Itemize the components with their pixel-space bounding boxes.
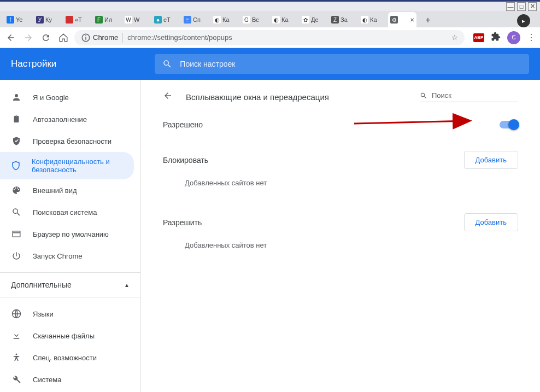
sidebar-item[interactable]: Конфиденциальность и безопасность [0,152,134,179]
tab-label: Ку [45,16,52,23]
sidebar-item[interactable]: Система [0,368,140,390]
wrench-icon [11,375,22,384]
browser-tab[interactable]: УКу [34,12,62,27]
arrow-right-icon [24,33,33,43]
window-maximize[interactable]: □ [517,2,526,11]
arrow-left-icon [163,91,173,101]
clipboard-icon [11,114,22,124]
browser-tab[interactable]: ZЗа [329,12,357,27]
content-header: Всплывающие окна и переадресация Поиск [163,91,518,103]
svg-rect-2 [85,35,86,36]
tab-favicon: f [7,16,14,24]
tab-label: «Т [75,16,82,23]
window-icon [11,229,22,239]
sidebar-item[interactable]: Языки [0,303,140,325]
browser-tab[interactable]: ◐Ка [211,12,239,27]
tab-close-icon[interactable]: ✕ [410,17,414,23]
back-button[interactable] [4,31,17,44]
browser-toolbar: Chrome chrome://settings/content/popups … [0,27,540,48]
sidebar-item-label: Внешний вид [33,186,77,195]
sidebar-item[interactable]: Внешний вид [0,179,140,201]
browser-tab[interactable]: GВс [240,12,269,27]
window-controls: — □ ✕ [0,0,540,11]
settings-sidebar: Я и GoogleАвтозаполнениеПроверка безопас… [0,80,141,392]
url-text: chrome://settings/content/popups [127,33,232,42]
browser-tab[interactable]: FИл [93,12,121,27]
reload-button[interactable] [39,31,52,44]
chevron-up-icon: ▲ [124,282,130,288]
tab-label: Ye [16,16,22,23]
browser-tab[interactable]: ◐Ка [359,12,387,27]
tab-label: Вс [252,16,259,23]
browser-tab[interactable]: WW [122,12,151,27]
sidebar-item[interactable]: Поисковая система [0,201,140,223]
new-tab-button[interactable]: + [421,13,435,27]
shield-icon [11,161,21,171]
tab-label: eT [163,16,171,23]
browser-tab[interactable]: ●eT [152,12,180,27]
globe-icon [11,309,22,319]
browser-tab[interactable]: ◐Ка [270,12,298,27]
sidebar-item[interactable]: Я и Google [0,86,140,108]
bookmark-star-icon[interactable]: ☆ [451,33,458,42]
svg-rect-1 [85,37,86,39]
content-search-placeholder: Поиск [432,91,451,100]
cast-icon[interactable]: ▸ [517,14,530,27]
browser-tab[interactable]: ✿Де [300,12,328,27]
abp-extension-icon[interactable]: ABP [473,33,484,42]
browser-menu-icon[interactable]: ⋮ [527,32,536,43]
extensions-puzzle-icon[interactable] [491,32,501,44]
download-icon [11,331,22,341]
sidebar-item[interactable]: Запуск Chrome [0,245,140,267]
chrome-info-icon [81,33,91,43]
tab-label: Ка [222,16,230,23]
tab-favicon: G [243,16,250,24]
home-icon [58,33,68,43]
search-icon [162,59,172,69]
tab-favicon: Z [331,16,339,24]
palette-icon [11,185,22,195]
sidebar-item[interactable]: Проверка безопасности [0,130,140,152]
tab-favicon: F [95,16,103,24]
forward-button[interactable] [22,31,35,44]
block-label: Блокировать [163,156,208,165]
window-minimize[interactable]: — [506,2,515,11]
browser-tab-active[interactable]: ⚙✕ [388,12,416,27]
sidebar-advanced-section[interactable]: Дополнительные▲ [0,272,140,297]
tab-label: За [341,16,348,23]
allow-add-button[interactable]: Добавить [464,213,518,231]
sidebar-item[interactable]: Спец. возможности [0,347,140,368]
site-chip: Chrome [81,33,123,43]
search-icon [420,92,427,100]
browser-tab[interactable]: fYe [4,12,33,27]
tab-favicon: ≡ [184,16,191,24]
profile-avatar[interactable]: Є [507,31,520,44]
block-add-button[interactable]: Добавить [464,151,518,169]
settings-content: Всплывающие окна и переадресация Поиск Р… [141,80,540,392]
settings-header: Настройки Поиск настроек [0,48,540,80]
content-back-button[interactable] [163,91,173,103]
tab-label: Сп [193,16,201,23]
settings-title: Настройки [11,58,56,69]
sidebar-item[interactable]: Автозаполнение [0,108,140,130]
allowed-label: Разрешено [163,120,203,129]
content-title: Всплывающие окна и переадресация [186,92,329,102]
sidebar-item[interactable]: Браузер по умолчанию [0,223,140,245]
search-icon [11,207,22,217]
allow-section-header: Разрешить Добавить [163,213,518,231]
content-search[interactable]: Поиск [420,91,518,102]
sidebar-item-label: Я и Google [33,93,69,102]
sidebar-item[interactable]: Скачанные файлы [0,325,140,347]
browser-tab[interactable]: ≡Сп [181,12,210,27]
address-bar[interactable]: Chrome chrome://settings/content/popups … [74,30,465,45]
allowed-row: Разрешено [163,108,518,134]
sidebar-item-label: Спец. возможности [33,354,97,362]
sidebar-item-label: Система [33,376,61,384]
settings-search[interactable]: Поиск настроек [155,54,529,74]
allowed-toggle[interactable] [500,121,518,128]
arrow-left-icon [6,33,16,43]
home-button[interactable] [57,31,70,44]
browser-tab[interactable]: «Т [63,12,92,27]
window-close[interactable]: ✕ [528,2,537,11]
tab-favicon: ✿ [302,16,309,24]
